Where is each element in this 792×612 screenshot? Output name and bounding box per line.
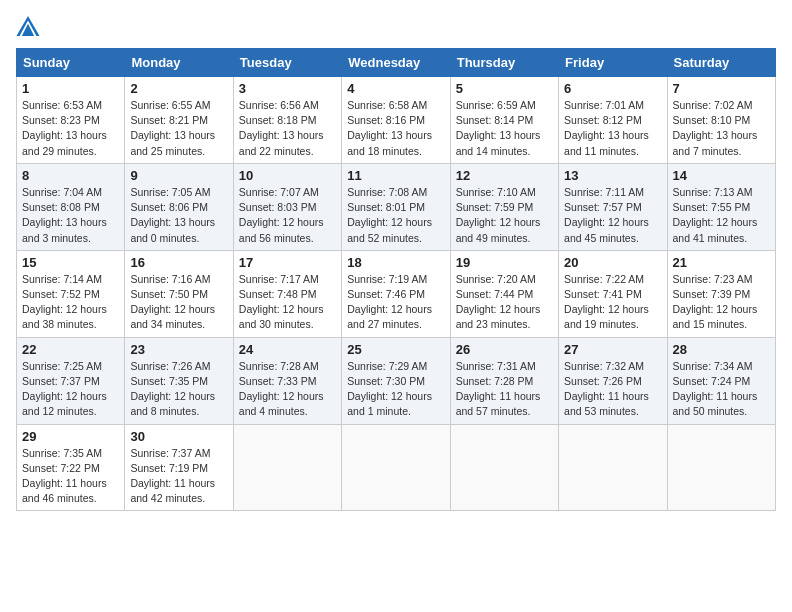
logo-icon bbox=[16, 16, 40, 36]
week-row-3: 15Sunrise: 7:14 AM Sunset: 7:52 PM Dayli… bbox=[17, 250, 776, 337]
day-detail: Sunrise: 7:34 AM Sunset: 7:24 PM Dayligh… bbox=[673, 359, 770, 420]
day-detail: Sunrise: 7:04 AM Sunset: 8:08 PM Dayligh… bbox=[22, 185, 119, 246]
week-row-4: 22Sunrise: 7:25 AM Sunset: 7:37 PM Dayli… bbox=[17, 337, 776, 424]
day-number: 9 bbox=[130, 168, 227, 183]
day-cell: 22Sunrise: 7:25 AM Sunset: 7:37 PM Dayli… bbox=[17, 337, 125, 424]
day-number: 2 bbox=[130, 81, 227, 96]
day-cell: 19Sunrise: 7:20 AM Sunset: 7:44 PM Dayli… bbox=[450, 250, 558, 337]
day-detail: Sunrise: 6:53 AM Sunset: 8:23 PM Dayligh… bbox=[22, 98, 119, 159]
day-number: 22 bbox=[22, 342, 119, 357]
day-number: 18 bbox=[347, 255, 444, 270]
day-detail: Sunrise: 7:02 AM Sunset: 8:10 PM Dayligh… bbox=[673, 98, 770, 159]
day-cell: 7Sunrise: 7:02 AM Sunset: 8:10 PM Daylig… bbox=[667, 77, 775, 164]
day-number: 29 bbox=[22, 429, 119, 444]
day-cell: 28Sunrise: 7:34 AM Sunset: 7:24 PM Dayli… bbox=[667, 337, 775, 424]
day-number: 28 bbox=[673, 342, 770, 357]
day-detail: Sunrise: 7:11 AM Sunset: 7:57 PM Dayligh… bbox=[564, 185, 661, 246]
day-cell: 23Sunrise: 7:26 AM Sunset: 7:35 PM Dayli… bbox=[125, 337, 233, 424]
col-header-friday: Friday bbox=[559, 49, 667, 77]
day-detail: Sunrise: 6:58 AM Sunset: 8:16 PM Dayligh… bbox=[347, 98, 444, 159]
col-header-thursday: Thursday bbox=[450, 49, 558, 77]
day-number: 8 bbox=[22, 168, 119, 183]
day-cell: 18Sunrise: 7:19 AM Sunset: 7:46 PM Dayli… bbox=[342, 250, 450, 337]
day-cell: 20Sunrise: 7:22 AM Sunset: 7:41 PM Dayli… bbox=[559, 250, 667, 337]
day-detail: Sunrise: 7:22 AM Sunset: 7:41 PM Dayligh… bbox=[564, 272, 661, 333]
day-number: 23 bbox=[130, 342, 227, 357]
day-number: 4 bbox=[347, 81, 444, 96]
day-cell: 4Sunrise: 6:58 AM Sunset: 8:16 PM Daylig… bbox=[342, 77, 450, 164]
day-cell: 3Sunrise: 6:56 AM Sunset: 8:18 PM Daylig… bbox=[233, 77, 341, 164]
day-detail: Sunrise: 7:13 AM Sunset: 7:55 PM Dayligh… bbox=[673, 185, 770, 246]
day-detail: Sunrise: 7:17 AM Sunset: 7:48 PM Dayligh… bbox=[239, 272, 336, 333]
day-detail: Sunrise: 7:26 AM Sunset: 7:35 PM Dayligh… bbox=[130, 359, 227, 420]
day-cell bbox=[667, 424, 775, 511]
day-detail: Sunrise: 7:10 AM Sunset: 7:59 PM Dayligh… bbox=[456, 185, 553, 246]
day-number: 13 bbox=[564, 168, 661, 183]
day-number: 5 bbox=[456, 81, 553, 96]
day-cell: 15Sunrise: 7:14 AM Sunset: 7:52 PM Dayli… bbox=[17, 250, 125, 337]
day-number: 12 bbox=[456, 168, 553, 183]
day-cell: 26Sunrise: 7:31 AM Sunset: 7:28 PM Dayli… bbox=[450, 337, 558, 424]
day-number: 7 bbox=[673, 81, 770, 96]
day-number: 14 bbox=[673, 168, 770, 183]
day-cell bbox=[559, 424, 667, 511]
day-cell: 8Sunrise: 7:04 AM Sunset: 8:08 PM Daylig… bbox=[17, 163, 125, 250]
day-cell: 6Sunrise: 7:01 AM Sunset: 8:12 PM Daylig… bbox=[559, 77, 667, 164]
col-header-monday: Monday bbox=[125, 49, 233, 77]
day-number: 19 bbox=[456, 255, 553, 270]
day-detail: Sunrise: 7:32 AM Sunset: 7:26 PM Dayligh… bbox=[564, 359, 661, 420]
day-cell: 5Sunrise: 6:59 AM Sunset: 8:14 PM Daylig… bbox=[450, 77, 558, 164]
day-number: 1 bbox=[22, 81, 119, 96]
day-detail: Sunrise: 7:29 AM Sunset: 7:30 PM Dayligh… bbox=[347, 359, 444, 420]
col-header-saturday: Saturday bbox=[667, 49, 775, 77]
day-number: 10 bbox=[239, 168, 336, 183]
day-detail: Sunrise: 7:14 AM Sunset: 7:52 PM Dayligh… bbox=[22, 272, 119, 333]
day-cell: 24Sunrise: 7:28 AM Sunset: 7:33 PM Dayli… bbox=[233, 337, 341, 424]
day-detail: Sunrise: 7:01 AM Sunset: 8:12 PM Dayligh… bbox=[564, 98, 661, 159]
col-header-sunday: Sunday bbox=[17, 49, 125, 77]
day-detail: Sunrise: 7:20 AM Sunset: 7:44 PM Dayligh… bbox=[456, 272, 553, 333]
day-cell bbox=[342, 424, 450, 511]
calendar-table: SundayMondayTuesdayWednesdayThursdayFrid… bbox=[16, 48, 776, 511]
week-row-1: 1Sunrise: 6:53 AM Sunset: 8:23 PM Daylig… bbox=[17, 77, 776, 164]
day-cell: 11Sunrise: 7:08 AM Sunset: 8:01 PM Dayli… bbox=[342, 163, 450, 250]
day-detail: Sunrise: 7:31 AM Sunset: 7:28 PM Dayligh… bbox=[456, 359, 553, 420]
day-number: 21 bbox=[673, 255, 770, 270]
day-number: 26 bbox=[456, 342, 553, 357]
day-cell: 21Sunrise: 7:23 AM Sunset: 7:39 PM Dayli… bbox=[667, 250, 775, 337]
day-number: 16 bbox=[130, 255, 227, 270]
day-number: 3 bbox=[239, 81, 336, 96]
day-cell: 30Sunrise: 7:37 AM Sunset: 7:19 PM Dayli… bbox=[125, 424, 233, 511]
day-cell: 1Sunrise: 6:53 AM Sunset: 8:23 PM Daylig… bbox=[17, 77, 125, 164]
day-detail: Sunrise: 7:08 AM Sunset: 8:01 PM Dayligh… bbox=[347, 185, 444, 246]
day-number: 27 bbox=[564, 342, 661, 357]
day-number: 6 bbox=[564, 81, 661, 96]
day-detail: Sunrise: 7:23 AM Sunset: 7:39 PM Dayligh… bbox=[673, 272, 770, 333]
day-number: 20 bbox=[564, 255, 661, 270]
day-detail: Sunrise: 6:55 AM Sunset: 8:21 PM Dayligh… bbox=[130, 98, 227, 159]
day-cell bbox=[233, 424, 341, 511]
page-header bbox=[16, 16, 776, 36]
day-cell: 9Sunrise: 7:05 AM Sunset: 8:06 PM Daylig… bbox=[125, 163, 233, 250]
day-cell: 27Sunrise: 7:32 AM Sunset: 7:26 PM Dayli… bbox=[559, 337, 667, 424]
day-cell: 2Sunrise: 6:55 AM Sunset: 8:21 PM Daylig… bbox=[125, 77, 233, 164]
day-detail: Sunrise: 7:07 AM Sunset: 8:03 PM Dayligh… bbox=[239, 185, 336, 246]
day-detail: Sunrise: 7:35 AM Sunset: 7:22 PM Dayligh… bbox=[22, 446, 119, 507]
day-detail: Sunrise: 7:05 AM Sunset: 8:06 PM Dayligh… bbox=[130, 185, 227, 246]
day-number: 17 bbox=[239, 255, 336, 270]
week-row-5: 29Sunrise: 7:35 AM Sunset: 7:22 PM Dayli… bbox=[17, 424, 776, 511]
day-detail: Sunrise: 6:59 AM Sunset: 8:14 PM Dayligh… bbox=[456, 98, 553, 159]
day-detail: Sunrise: 7:28 AM Sunset: 7:33 PM Dayligh… bbox=[239, 359, 336, 420]
week-row-2: 8Sunrise: 7:04 AM Sunset: 8:08 PM Daylig… bbox=[17, 163, 776, 250]
day-cell: 14Sunrise: 7:13 AM Sunset: 7:55 PM Dayli… bbox=[667, 163, 775, 250]
day-detail: Sunrise: 7:25 AM Sunset: 7:37 PM Dayligh… bbox=[22, 359, 119, 420]
day-cell bbox=[450, 424, 558, 511]
day-detail: Sunrise: 7:16 AM Sunset: 7:50 PM Dayligh… bbox=[130, 272, 227, 333]
day-number: 11 bbox=[347, 168, 444, 183]
day-detail: Sunrise: 7:19 AM Sunset: 7:46 PM Dayligh… bbox=[347, 272, 444, 333]
day-cell: 25Sunrise: 7:29 AM Sunset: 7:30 PM Dayli… bbox=[342, 337, 450, 424]
day-detail: Sunrise: 6:56 AM Sunset: 8:18 PM Dayligh… bbox=[239, 98, 336, 159]
day-cell: 17Sunrise: 7:17 AM Sunset: 7:48 PM Dayli… bbox=[233, 250, 341, 337]
day-cell: 10Sunrise: 7:07 AM Sunset: 8:03 PM Dayli… bbox=[233, 163, 341, 250]
day-cell: 13Sunrise: 7:11 AM Sunset: 7:57 PM Dayli… bbox=[559, 163, 667, 250]
